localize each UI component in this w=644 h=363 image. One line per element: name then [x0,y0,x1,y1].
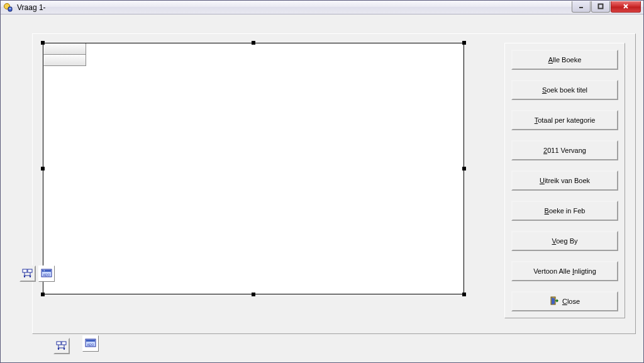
svg-text:ADO: ADO [87,343,94,347]
svg-rect-16 [62,342,66,345]
button-label: Voeg By [552,237,578,245]
soek-boek-titel-button[interactable]: Soek boek titel [511,80,618,100]
datasource-component-icon[interactable] [19,265,36,282]
titlebar[interactable]: Vraag 1- [1,1,643,14]
grid-header-cell [43,43,86,55]
size-handle-w[interactable] [41,167,45,170]
button-label: Soek boek titel [542,86,587,94]
svg-rect-2 [9,8,11,9]
svg-rect-15 [57,342,61,345]
svg-rect-18 [86,340,95,342]
button-label: 2011 Vervang [543,147,586,154]
button-label: Close [562,298,580,305]
boeke-in-feb-button[interactable]: Boeke in Feb [511,201,618,221]
window-controls [572,1,643,13]
db-grid[interactable] [43,43,464,294]
uitreik-van-boek-button[interactable]: Uitreik van Boek [511,170,618,191]
svg-rect-4 [599,4,603,9]
size-handle-n[interactable] [252,41,255,45]
svg-text:ADO: ADO [43,273,50,277]
datasource-component-icon-2[interactable] [53,338,70,354]
main-panel: Alle Boeke Soek boek titel Totaal per ka… [32,33,636,334]
adoquery-component-icon-2[interactable]: ADO [82,335,99,352]
size-handle-se[interactable] [462,293,466,296]
svg-marker-8 [552,298,555,304]
svg-rect-10 [28,269,32,272]
button-label: Vertoon Alle Inligting [533,267,596,275]
close-button[interactable]: Close [511,291,618,311]
minimize-button[interactable] [572,1,591,13]
window-title: Vraag 1- [16,3,572,12]
button-label: Totaal per kategorie [535,116,596,124]
alle-boeke-button[interactable]: Alle Boeke [511,50,618,70]
button-label: Alle Boeke [548,56,582,64]
size-handle-s[interactable] [252,293,255,296]
size-handle-sw[interactable] [41,293,45,296]
vertoon-alle-inligting-button[interactable]: Vertoon Alle Inligting [511,261,618,281]
grid-row-cell [43,55,86,66]
button-label: Uitreik van Boek [540,177,590,184]
button-panel: Alle Boeke Soek boek titel Totaal per ka… [504,43,625,318]
door-exit-icon [550,296,558,306]
button-label: Boeke in Feb [545,207,586,215]
app-window: Vraag 1- [0,0,644,363]
form-designer-surface[interactable]: Alle Boeke Soek boek titel Totaal per ka… [1,14,643,362]
voeg-by-button[interactable]: Voeg By [511,231,618,251]
size-handle-nw[interactable] [41,41,45,45]
adoquery-component-icon[interactable]: ADO ? [38,265,55,282]
size-handle-ne[interactable] [462,41,466,45]
app-icon [3,3,13,13]
close-window-button[interactable] [611,1,641,13]
2011-vervang-button[interactable]: 2011 Vervang [511,140,618,160]
totaal-per-kategorie-button[interactable]: Totaal per kategorie [511,110,618,130]
svg-rect-9 [23,269,27,272]
maximize-button[interactable] [591,1,610,13]
grid-fixed-col [43,43,86,66]
size-handle-e[interactable] [462,167,466,170]
